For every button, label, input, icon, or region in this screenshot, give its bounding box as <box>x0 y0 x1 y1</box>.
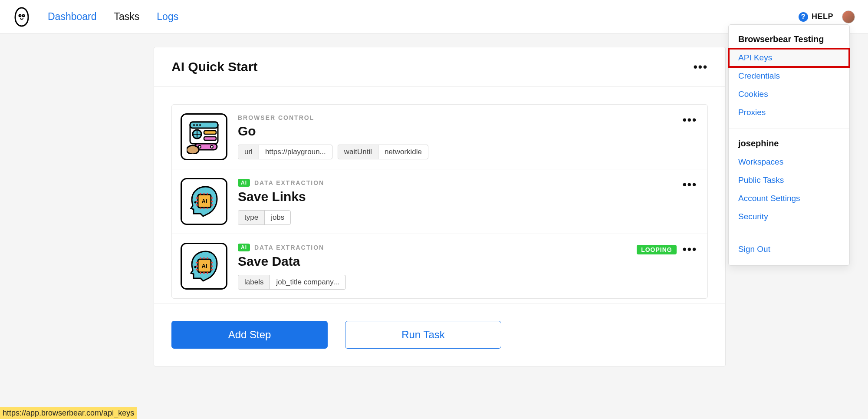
step-body: AI DATA EXTRACTION Save Links type jobs <box>238 178 699 225</box>
step-body: AI DATA EXTRACTION Save Data labels job_… <box>238 243 699 290</box>
tag: url https://playgroun... <box>238 145 332 159</box>
status-bar: https://app.browserbear.com/api_keys <box>0 407 137 419</box>
run-task-button[interactable]: Run Task <box>345 321 501 349</box>
topbar-right: ? HELP <box>799 10 855 23</box>
step-actions: ••• <box>683 113 697 127</box>
step-row[interactable]: BROWSER CONTROL Go url https://playgroun… <box>172 105 707 169</box>
menu-api-keys[interactable]: API Keys <box>729 49 849 67</box>
user-section: josephine Workspaces Public Tasks Accoun… <box>729 129 849 233</box>
help-label: HELP <box>812 12 833 21</box>
step-category: AI DATA EXTRACTION <box>238 179 699 187</box>
step-menu-button[interactable]: ••• <box>683 243 697 256</box>
menu-security[interactable]: Security <box>729 208 849 226</box>
egg-bear-icon <box>13 7 30 27</box>
steps-container: BROWSER CONTROL Go url https://playgroun… <box>154 87 725 303</box>
card-header: AI Quick Start ••• <box>154 47 725 87</box>
svg-point-16 <box>210 145 213 148</box>
svg-point-2 <box>20 15 21 16</box>
svg-text:AI: AI <box>202 263 207 269</box>
svg-rect-13 <box>204 137 216 140</box>
card-footer: Add Step Run Task <box>154 303 725 366</box>
card-menu-button[interactable]: ••• <box>694 60 708 74</box>
user-title: josephine <box>729 136 849 153</box>
ai-badge: AI <box>238 179 250 187</box>
svg-point-18 <box>194 201 197 204</box>
main-nav: Dashboard Tasks Logs <box>48 11 178 23</box>
svg-point-3 <box>23 15 24 16</box>
looping-badge: LOOPING <box>637 245 677 254</box>
svg-point-7 <box>196 124 198 126</box>
step-tags: type jobs <box>238 210 699 225</box>
page-title: AI Quick Start <box>171 59 257 74</box>
account-dropdown: Browserbear Testing API Keys Credentials… <box>728 24 850 266</box>
svg-point-17 <box>187 145 199 154</box>
ai-head-icon: AI <box>181 178 227 225</box>
menu-sign-out[interactable]: Sign Out <box>729 240 849 258</box>
tag: type jobs <box>238 210 291 225</box>
nav-tasks[interactable]: Tasks <box>114 11 140 23</box>
tag: waitUntil networkidle <box>338 145 428 159</box>
svg-point-8 <box>199 124 201 126</box>
avatar[interactable] <box>842 10 855 23</box>
brand-logo[interactable] <box>13 7 30 27</box>
step-menu-button[interactable]: ••• <box>683 178 697 191</box>
tag: labels job_title company... <box>238 275 346 290</box>
step-row[interactable]: AI <box>172 234 707 298</box>
step-menu-button[interactable]: ••• <box>683 113 697 127</box>
task-card: AI Quick Start ••• <box>154 47 726 366</box>
step-category: BROWSER CONTROL <box>238 114 699 121</box>
svg-point-6 <box>193 124 195 126</box>
step-tags: url https://playgroun... waitUntil netwo… <box>238 145 699 159</box>
svg-point-33 <box>194 266 197 268</box>
step-actions: LOOPING ••• <box>637 243 697 256</box>
menu-workspaces[interactable]: Workspaces <box>729 153 849 171</box>
svg-rect-12 <box>204 131 216 134</box>
step-category: AI DATA EXTRACTION <box>238 244 699 251</box>
menu-public-tasks[interactable]: Public Tasks <box>729 171 849 189</box>
svg-point-1 <box>22 14 25 17</box>
browser-go-icon <box>181 113 227 160</box>
nav-logs[interactable]: Logs <box>157 11 178 23</box>
menu-credentials[interactable]: Credentials <box>729 67 849 85</box>
step-title: Go <box>238 124 699 139</box>
signout-section: Sign Out <box>729 233 849 265</box>
menu-account-settings[interactable]: Account Settings <box>729 189 849 208</box>
step-title: Save Links <box>238 189 699 204</box>
step-tags: labels job_title company... <box>238 275 699 290</box>
step-body: BROWSER CONTROL Go url https://playgroun… <box>238 113 699 160</box>
workspace-section: Browserbear Testing API Keys Credentials… <box>729 25 849 129</box>
steps-list: BROWSER CONTROL Go url https://playgroun… <box>171 104 708 299</box>
step-title: Save Data <box>238 254 699 269</box>
workspace-title: Browserbear Testing <box>729 32 849 49</box>
add-step-button[interactable]: Add Step <box>171 321 328 349</box>
ai-badge: AI <box>238 244 250 251</box>
help-icon: ? <box>799 12 808 22</box>
ai-head-icon: AI <box>181 243 227 290</box>
step-row[interactable]: AI <box>172 169 707 234</box>
menu-cookies[interactable]: Cookies <box>729 85 849 103</box>
svg-point-0 <box>19 14 22 17</box>
help-button[interactable]: ? HELP <box>799 12 833 22</box>
step-actions: ••• <box>683 178 697 191</box>
svg-text:AI: AI <box>202 198 207 205</box>
menu-proxies[interactable]: Proxies <box>729 103 849 122</box>
nav-dashboard[interactable]: Dashboard <box>48 11 97 23</box>
